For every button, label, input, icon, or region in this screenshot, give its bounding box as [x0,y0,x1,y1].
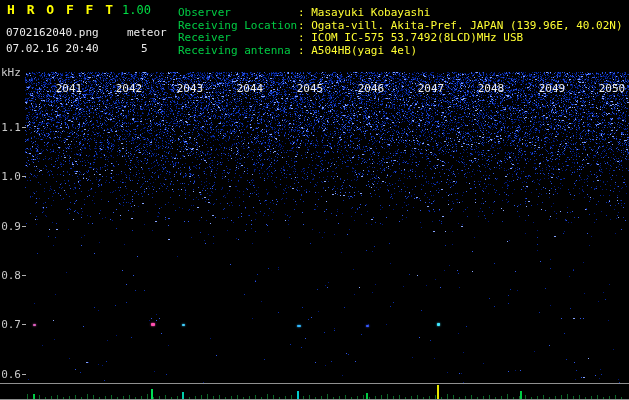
activity-comb-tick [315,397,316,399]
activity-comb-tick [399,395,400,399]
activity-comb-tick [51,396,52,399]
activity-comb-tick [531,397,532,399]
activity-signal-bar [520,391,522,399]
activity-comb-tick [489,395,490,399]
activity-comb-tick [501,396,502,399]
activity-comb-tick [339,396,340,399]
activity-comb-tick [513,397,514,399]
activity-comb-tick [417,395,418,399]
activity-comb-tick [159,396,160,399]
activity-comb-tick [171,397,172,399]
activity-comb-tick [135,397,136,399]
activity-comb-tick [111,395,112,399]
activity-comb-tick [201,395,202,399]
activity-comb-tick [375,396,376,399]
activity-comb-tick [225,397,226,399]
activity-comb-tick [285,396,286,399]
activity-comb-tick [321,396,322,399]
activity-comb-tick [231,396,232,399]
activity-comb-tick [153,397,154,399]
activity-comb-tick [243,397,244,399]
activity-comb-tick [213,396,214,399]
activity-comb-tick [105,396,106,399]
activity-comb-tick [45,397,46,399]
activity-comb-tick [63,397,64,399]
activity-comb-tick [39,395,40,399]
activity-comb-tick [477,397,478,399]
activity-comb-tick [447,394,448,399]
activity-comb-tick [177,396,178,399]
activity-signal-bar [151,389,153,399]
activity-comb-tick [273,395,274,399]
activity-comb-tick [195,396,196,399]
activity-comb-tick [357,396,358,399]
activity-comb-tick [555,396,556,399]
activity-comb-tick [99,397,100,399]
activity-comb-tick [363,395,364,399]
activity-comb-tick [75,395,76,399]
activity-comb-tick [333,397,334,399]
activity-comb-tick [117,397,118,399]
activity-comb-tick [351,397,352,399]
activity-comb-tick [27,394,28,399]
activity-comb-tick [561,395,562,399]
activity-comb-tick [219,395,220,399]
activity-comb-tick [261,397,262,399]
activity-comb-tick [369,397,370,399]
activity-comb-tick [255,395,256,399]
activity-comb-tick [465,396,466,399]
activity-comb-tick [495,397,496,399]
activity-comb-tick [537,396,538,399]
activity-comb-tick [291,395,292,399]
activity-signal-bar [437,385,439,399]
activity-comb-tick [441,397,442,399]
activity-comb-tick [69,396,70,399]
activity-comb-tick [267,394,268,399]
activity-comb-tick [459,397,460,399]
activity-comb-tick [507,394,508,399]
activity-comb-tick [453,395,454,399]
activity-comb-tick [609,396,610,399]
activity-comb-tick [237,395,238,399]
activity-comb-tick [189,397,190,399]
activity-signal-bar [33,394,35,399]
hrofft-output: H R O F F T 1.00 0702162040.png meteor 0… [0,0,629,400]
activity-comb-tick [129,395,130,399]
activity-comb-tick [567,394,568,399]
activity-comb-tick [303,396,304,399]
activity-comb-tick [123,396,124,399]
activity-comb-tick [381,395,382,399]
activity-comb-tick [549,397,550,399]
activity-comb-tick [543,395,544,399]
activity-signal-bar [297,391,299,399]
activity-comb-tick [471,395,472,399]
activity-comb-tick [603,397,604,399]
activity-comb-tick [579,395,580,399]
activity-comb-tick [309,395,310,399]
activity-comb-tick [93,395,94,399]
activity-comb-tick [483,396,484,399]
activity-comb-tick [411,396,412,399]
activity-comb-tick [573,396,574,399]
activity-comb-tick [597,395,598,399]
spectrogram-noise-canvas [0,0,629,400]
activity-comb-tick [345,395,346,399]
activity-comb-tick [327,394,328,399]
activity-comb-tick [387,394,388,399]
activity-comb-tick [393,396,394,399]
activity-comb-tick [249,396,250,399]
activity-comb-tick [435,395,436,399]
activity-comb-tick [147,394,148,399]
activity-comb-tick [615,395,616,399]
activity-comb-tick [585,397,586,399]
activity-comb-tick [423,397,424,399]
activity-comb-tick [81,397,82,399]
activity-signal-bar [182,392,184,399]
activity-comb-tick [405,397,406,399]
activity-signal-bar [366,393,368,399]
activity-comb-tick [141,396,142,399]
activity-comb-tick [525,395,526,399]
activity-strip [0,383,629,400]
activity-comb-tick [279,397,280,399]
activity-comb-tick [165,395,166,399]
